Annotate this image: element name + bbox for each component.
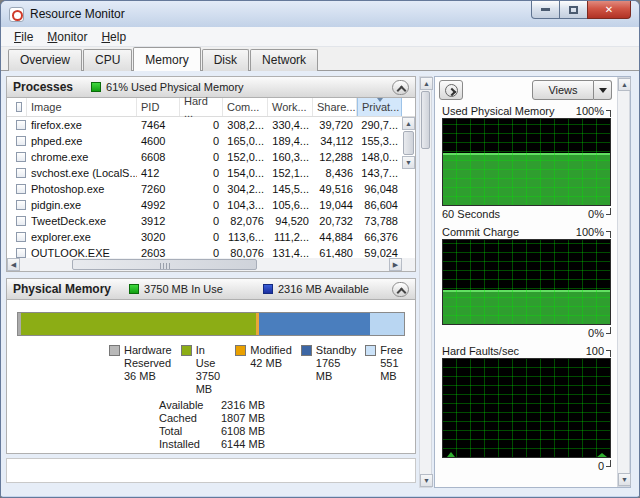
scrollbar-thumb[interactable]	[421, 91, 430, 149]
graphs-panel-scrollbar[interactable]: ▲ ▼	[617, 77, 630, 487]
row-checkbox-cell	[7, 232, 27, 242]
cell-value: 143,7...	[357, 167, 402, 179]
row-checkbox[interactable]	[16, 232, 26, 242]
row-checkbox[interactable]	[16, 120, 26, 130]
row-checkbox[interactable]	[16, 136, 26, 146]
column-header-hard[interactable]: Hard ...	[180, 98, 223, 116]
views-button[interactable]: Views	[532, 80, 612, 100]
cell-pid: 412	[137, 167, 180, 179]
graph-min-label: 0%	[588, 327, 604, 339]
memory-stats: Available2316 MBCached1807 MBTotal6108 M…	[159, 399, 415, 451]
in-use-label: 3750 MB In Use	[144, 283, 223, 295]
cell-pid: 2603	[137, 247, 180, 258]
cell-value: 145,5...	[268, 183, 313, 195]
cell-value: 304,2...	[223, 183, 268, 195]
tab-memory[interactable]: Memory	[133, 47, 200, 71]
scroll-down-icon[interactable]: ▼	[618, 473, 631, 486]
graphs-panel: Views Used Physical Memory100%60 Seconds…	[434, 76, 631, 488]
cell-pid: 4600	[137, 135, 180, 147]
select-all-checkbox[interactable]	[16, 102, 22, 112]
row-checkbox[interactable]	[16, 152, 26, 162]
graph-title: Used Physical Memory	[442, 105, 554, 117]
scroll-right-icon[interactable]: ▶	[389, 258, 402, 271]
views-dropdown-arrow-icon[interactable]	[594, 80, 612, 100]
legend-swatch	[109, 345, 120, 356]
column-header-image[interactable]: Image	[27, 98, 137, 116]
row-checkbox[interactable]	[16, 248, 26, 258]
column-header-share[interactable]: Share...	[313, 98, 357, 116]
table-row[interactable]: chrome.exe66080152,0...160,3...12,288148…	[7, 149, 402, 165]
tab-disk[interactable]: Disk	[202, 49, 249, 71]
legend-item: Free551 MB	[365, 344, 406, 396]
row-checkbox[interactable]	[16, 168, 26, 178]
tab-network[interactable]: Network	[250, 49, 318, 71]
minimize-button[interactable]	[531, 1, 560, 19]
cell-pid: 7464	[137, 119, 180, 131]
stat-label: Available	[159, 399, 221, 412]
table-row[interactable]: Photoshop.exe72600304,2...145,5...49,516…	[7, 181, 402, 197]
column-header-privat[interactable]: Privat...	[357, 98, 402, 116]
menu-bar: FileMonitorHelp	[1, 27, 639, 47]
table-row[interactable]: OUTLOOK.EXE2603080,076131,4...61,48059,0…	[7, 245, 402, 258]
scale-bracket-top	[606, 231, 611, 238]
column-header-pid[interactable]: PID	[137, 98, 180, 116]
cell-value: 0	[180, 231, 223, 243]
row-checkbox[interactable]	[16, 216, 26, 226]
table-row[interactable]: phped.exe46000165,0...189,4...34,112155,…	[7, 133, 402, 149]
processes-status: 61% Used Physical Memory	[106, 81, 244, 93]
table-row[interactable]: explorer.exe30200113,6...111,2...44,8846…	[7, 229, 402, 245]
table-row[interactable]: firefox.exe74640308,2...330,4...39,72029…	[7, 117, 402, 133]
column-header-com[interactable]: Com...	[223, 98, 268, 116]
cell-value: 290,7...	[357, 119, 402, 131]
row-checkbox[interactable]	[16, 200, 26, 210]
menu-item-help[interactable]: Help	[94, 28, 133, 46]
maximize-button[interactable]	[560, 1, 587, 19]
bar-segment-in-use	[21, 313, 256, 335]
cell-value: 0	[180, 199, 223, 211]
stat-row: Available2316 MB	[159, 399, 415, 412]
column-header-work[interactable]: Work...	[268, 98, 313, 116]
tab-strip: OverviewCPUMemoryDiskNetwork	[1, 47, 639, 71]
process-table-horizontal-scrollbar[interactable]: ◀ ▶	[7, 258, 402, 271]
cell-value: 330,4...	[268, 119, 313, 131]
scroll-down-icon[interactable]: ▼	[402, 156, 415, 169]
menu-item-file[interactable]: File	[7, 28, 40, 46]
title-bar[interactable]: Resource Monitor ✕	[1, 1, 639, 27]
scroll-up-icon[interactable]: ▲	[420, 77, 433, 90]
graph-title-row: Used Physical Memory100%	[442, 103, 611, 118]
available-icon	[263, 284, 273, 294]
scroll-down-icon[interactable]: ▼	[420, 474, 433, 487]
close-button[interactable]: ✕	[587, 1, 631, 19]
scroll-up-icon[interactable]: ▲	[402, 117, 415, 130]
legend-item: Standby1765 MB	[301, 344, 356, 396]
scroll-left-icon[interactable]: ◀	[7, 258, 20, 271]
legend-swatch	[235, 345, 246, 356]
tab-cpu[interactable]: CPU	[83, 49, 132, 71]
row-checkbox-cell	[7, 152, 27, 162]
table-row[interactable]: pidgin.exe49920104,3...105,6...19,04486,…	[7, 197, 402, 213]
legend-label: Free	[380, 344, 406, 357]
row-checkbox-cell	[7, 200, 27, 210]
scrollbar-thumb[interactable]	[72, 259, 257, 270]
graph-bottom-row: 0%	[442, 325, 611, 340]
cell-pid: 3020	[137, 231, 180, 243]
collapse-physical-memory-button[interactable]	[392, 282, 409, 297]
process-table-vertical-scrollbar[interactable]: ▲ ▼	[402, 117, 415, 258]
row-checkbox[interactable]	[16, 184, 26, 194]
left-pane-scrollbar[interactable]: ▲ ▼	[419, 76, 432, 488]
cell-image: firefox.exe	[27, 119, 137, 131]
cell-value: 82,076	[223, 215, 268, 227]
scrollbar-thumb[interactable]	[403, 131, 414, 155]
views-button-label[interactable]: Views	[532, 80, 594, 100]
tab-overview[interactable]: Overview	[8, 49, 82, 71]
cell-value: 111,2...	[268, 231, 313, 243]
expand-panel-button[interactable]	[439, 80, 463, 100]
bar-segment-standby	[259, 313, 370, 335]
cell-image: explorer.exe	[27, 231, 137, 243]
row-checkbox-cell	[7, 248, 27, 258]
menu-item-monitor[interactable]: Monitor	[40, 28, 94, 46]
table-row[interactable]: TweetDeck.exe3912082,07694,52020,73273,7…	[7, 213, 402, 229]
scroll-up-icon[interactable]: ▲	[618, 78, 631, 91]
collapse-processes-button[interactable]	[392, 80, 409, 95]
table-row[interactable]: svchost.exe (LocalS...4120154,0...152,1.…	[7, 165, 402, 181]
